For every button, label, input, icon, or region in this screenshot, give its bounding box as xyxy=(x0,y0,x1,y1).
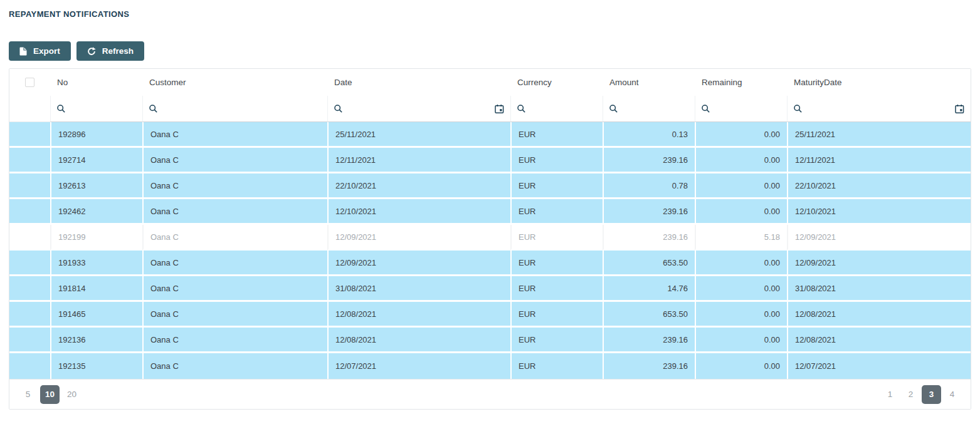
cell-remaining: 0.00 xyxy=(695,122,787,148)
row-select-cell[interactable] xyxy=(9,122,50,148)
row-select-cell[interactable] xyxy=(9,148,50,173)
cell-no: 191465 xyxy=(50,302,142,328)
table-row[interactable]: 192136 Oana C 12/08/2021 EUR 239.16 0.00… xyxy=(9,328,971,353)
table-row[interactable]: 191933 Oana C 12/09/2021 EUR 653.50 0.00… xyxy=(9,251,971,276)
cell-date: 22/10/2021 xyxy=(327,173,510,199)
page-size-5[interactable]: 5 xyxy=(18,385,38,404)
export-button-label: Export xyxy=(33,46,60,56)
row-select-cell[interactable] xyxy=(9,328,50,353)
table-row[interactable]: 192613 Oana C 22/10/2021 EUR 0.78 0.00 2… xyxy=(9,173,971,199)
cell-remaining: 0.00 xyxy=(695,251,787,276)
row-select-cell[interactable] xyxy=(9,302,50,328)
table-row[interactable]: 192135 Oana C 12/07/2021 EUR 239.16 0.00… xyxy=(9,353,971,379)
cell-amount: 653.50 xyxy=(603,302,695,328)
row-select-cell[interactable] xyxy=(9,276,50,302)
search-icon xyxy=(517,105,525,113)
calendar-icon[interactable] xyxy=(495,104,504,113)
filter-cell-no xyxy=(50,96,142,122)
customer-filter-input[interactable] xyxy=(161,104,271,113)
column-header-customer[interactable]: Customer xyxy=(142,69,327,96)
cell-no: 191933 xyxy=(50,251,142,276)
page-1[interactable]: 1 xyxy=(880,385,900,404)
cell-remaining: 0.00 xyxy=(695,199,787,225)
column-header-date[interactable]: Date xyxy=(327,69,510,96)
date-filter-input[interactable] xyxy=(346,104,455,113)
cell-date: 12/09/2021 xyxy=(327,225,510,251)
cell-remaining: 0.00 xyxy=(695,148,787,173)
filter-cell-remaining xyxy=(695,96,787,122)
cell-no: 192896 xyxy=(50,122,142,148)
page-size-10[interactable]: 10 xyxy=(40,385,60,404)
cell-maturity-date: 12/08/2021 xyxy=(787,302,971,328)
column-header-remaining[interactable]: Remaining xyxy=(695,69,787,96)
page-3[interactable]: 3 xyxy=(922,385,941,404)
refresh-button[interactable]: Refresh xyxy=(76,41,144,61)
row-select-cell[interactable] xyxy=(9,251,50,276)
calendar-icon[interactable] xyxy=(955,104,964,113)
column-header-currency[interactable]: Currency xyxy=(510,69,603,96)
cell-currency: EUR xyxy=(510,122,603,148)
currency-filter-input[interactable] xyxy=(529,104,582,113)
maturity-date-filter-input[interactable] xyxy=(806,104,915,113)
cell-amount: 0.78 xyxy=(603,173,695,199)
cell-currency: EUR xyxy=(510,199,603,225)
cell-no: 192136 xyxy=(50,328,142,353)
search-icon xyxy=(609,105,618,113)
table-row[interactable]: 192896 Oana C 25/11/2021 EUR 0.13 0.00 2… xyxy=(9,122,971,148)
row-select-cell[interactable] xyxy=(9,225,50,251)
column-header-amount[interactable]: Amount xyxy=(603,69,695,96)
filter-cell-customer xyxy=(142,96,327,122)
cell-date: 31/08/2021 xyxy=(327,276,510,302)
page-2[interactable]: 2 xyxy=(901,385,920,404)
cell-currency: EUR xyxy=(510,353,603,379)
cell-customer: Oana C xyxy=(142,173,327,199)
no-filter-input[interactable] xyxy=(69,104,122,113)
table-body: 192896 Oana C 25/11/2021 EUR 0.13 0.00 2… xyxy=(9,122,971,379)
table-row[interactable]: 192462 Oana C 12/10/2021 EUR 239.16 0.00… xyxy=(9,199,971,225)
cell-amount: 239.16 xyxy=(603,199,695,225)
cell-remaining: 0.00 xyxy=(695,353,787,379)
cell-amount: 239.16 xyxy=(603,148,695,173)
cell-date: 25/11/2021 xyxy=(327,122,510,148)
cell-amount: 239.16 xyxy=(603,225,695,251)
filter-row xyxy=(9,96,971,122)
row-select-cell[interactable] xyxy=(9,173,50,199)
remaining-filter-input[interactable] xyxy=(714,104,766,113)
cell-no: 192462 xyxy=(50,199,142,225)
cell-maturity-date: 12/09/2021 xyxy=(787,251,971,276)
amount-filter-input[interactable] xyxy=(621,104,674,113)
cell-date: 12/09/2021 xyxy=(327,251,510,276)
cell-date: 12/11/2021 xyxy=(327,148,510,173)
cell-customer: Oana C xyxy=(142,251,327,276)
cell-amount: 239.16 xyxy=(603,328,695,353)
row-select-cell[interactable] xyxy=(9,199,50,225)
page-selector: 1 2 3 4 xyxy=(880,385,962,404)
table-row[interactable]: 192714 Oana C 12/11/2021 EUR 239.16 0.00… xyxy=(9,148,971,173)
row-select-cell[interactable] xyxy=(9,353,50,379)
cell-customer: Oana C xyxy=(142,199,327,225)
cell-customer: Oana C xyxy=(142,302,327,328)
export-button[interactable]: Export xyxy=(9,41,71,61)
table-row[interactable]: 191814 Oana C 31/08/2021 EUR 14.76 0.00 … xyxy=(9,276,971,302)
cell-no: 192613 xyxy=(50,173,142,199)
filter-cell-checkbox xyxy=(9,96,50,122)
select-all-checkbox[interactable] xyxy=(25,78,34,87)
filter-cell-maturity-date xyxy=(787,96,971,122)
page-size-20[interactable]: 20 xyxy=(62,385,82,404)
cell-date: 12/08/2021 xyxy=(327,328,510,353)
filter-cell-amount xyxy=(603,96,695,122)
cell-no: 192135 xyxy=(50,353,142,379)
cell-maturity-date: 31/08/2021 xyxy=(787,276,971,302)
filter-cell-date xyxy=(327,96,510,122)
table-header-row: No Customer Date Currency Amount Remaini… xyxy=(9,69,971,96)
page-4[interactable]: 4 xyxy=(942,385,962,404)
table-row[interactable]: 192199 Oana C 12/09/2021 EUR 239.16 5.18… xyxy=(9,225,971,251)
column-header-maturity-date[interactable]: MaturityDate xyxy=(787,69,971,96)
cell-customer: Oana C xyxy=(142,122,327,148)
table-row[interactable]: 191465 Oana C 12/08/2021 EUR 653.50 0.00… xyxy=(9,302,971,328)
cell-no: 191814 xyxy=(50,276,142,302)
cell-customer: Oana C xyxy=(142,353,327,379)
column-header-no[interactable]: No xyxy=(50,69,142,96)
search-icon xyxy=(57,105,65,113)
cell-currency: EUR xyxy=(510,251,603,276)
